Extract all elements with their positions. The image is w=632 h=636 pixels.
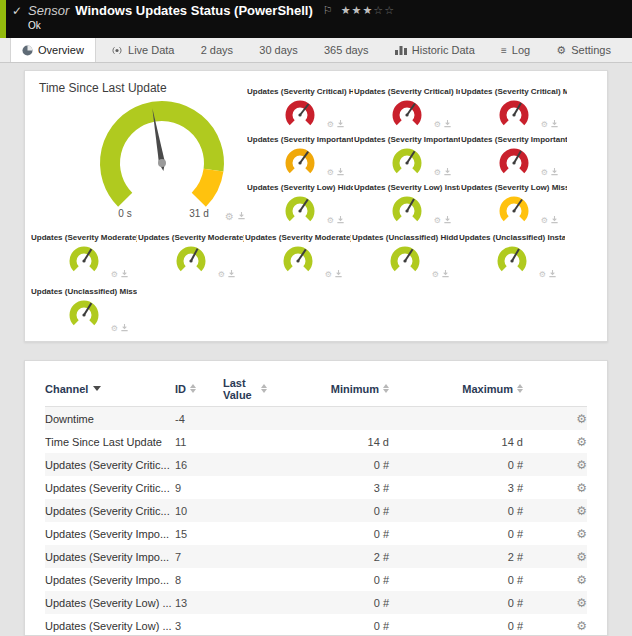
tab-2-days[interactable]: 2 days — [190, 38, 244, 62]
tab-30-days[interactable]: 30 days — [248, 38, 309, 62]
gauge-download-icon[interactable] — [336, 167, 345, 178]
channel-settings-icon[interactable]: ⚙ — [576, 550, 587, 564]
channel-name[interactable]: Updates (Severity Critic... — [45, 459, 175, 471]
tab-historic-data[interactable]: Historic Data — [384, 38, 486, 62]
gauge-settings-icon[interactable]: ⚙ — [327, 216, 334, 225]
channel-settings-icon[interactable]: ⚙ — [576, 481, 587, 495]
gauge-settings-icon[interactable]: ⚙ — [541, 120, 548, 129]
gauge-download-icon[interactable] — [120, 269, 129, 280]
channel-settings-icon[interactable]: ⚙ — [576, 412, 587, 426]
gauge-settings-icon[interactable]: ⚙ — [539, 270, 546, 279]
gauge-settings-icon[interactable]: ⚙ — [541, 216, 548, 225]
channel-settings-icon[interactable]: ⚙ — [576, 573, 587, 587]
channel-gauge[interactable]: Updates (Severity Moderate)...⚙ — [245, 233, 351, 283]
gauge-download-icon[interactable] — [550, 119, 559, 130]
channel-settings-icon[interactable]: ⚙ — [576, 458, 587, 472]
channel-name[interactable]: Updates (Severity Impo... — [45, 574, 175, 586]
table-row[interactable]: Updates (Severity Impo...150 #0 #⚙ — [45, 522, 587, 545]
gauge-settings-icon[interactable]: ⚙ — [434, 216, 441, 225]
gauge-settings-icon[interactable]: ⚙ — [432, 270, 439, 279]
gauge-download-icon[interactable] — [548, 269, 557, 280]
channel-name[interactable]: Updates (Severity Critic... — [45, 482, 175, 494]
tab-365-days[interactable]: 365 days — [313, 38, 380, 62]
gauge-download-icon[interactable] — [443, 119, 452, 130]
channel-gauge[interactable]: Updates (Severity Moderate) I...⚙ — [138, 233, 244, 283]
channel-gauge[interactable]: Updates (Severity Low) Hidden⚙ — [247, 183, 353, 229]
gauge-download-icon[interactable] — [237, 211, 246, 222]
table-row[interactable]: Time Since Last Update1114 d14 d⚙ — [45, 430, 587, 453]
channel-name[interactable]: Updates (Severity Low) ... — [45, 620, 175, 632]
gauge-settings-icon[interactable]: ⚙ — [541, 168, 548, 177]
tab-log[interactable]: ≡Log — [490, 38, 541, 62]
table-row[interactable]: Updates (Severity Critic...160 #0 #⚙ — [45, 453, 587, 476]
gauge-download-icon[interactable] — [441, 269, 450, 280]
gauge-download-icon[interactable] — [443, 215, 452, 226]
gauge-download-icon[interactable] — [336, 119, 345, 130]
channel-name[interactable]: Updates (Severity Low) ... — [45, 597, 175, 609]
gauge-download-icon[interactable] — [120, 323, 129, 334]
table-row[interactable]: Updates (Severity Low) ...30 #0 #⚙ — [45, 614, 587, 636]
stars-empty[interactable]: ☆☆ — [373, 4, 395, 16]
channel-settings-icon[interactable]: ⚙ — [576, 504, 587, 518]
gauge-settings-icon[interactable]: ⚙ — [111, 270, 118, 279]
channel-name[interactable]: Updates (Severity Impo... — [45, 528, 175, 540]
gauge-settings-icon[interactable]: ⚙ — [225, 211, 234, 222]
gauge-settings-icon[interactable]: ⚙ — [218, 270, 225, 279]
channel-gauge[interactable]: Updates (Severity Low) Install...⚙ — [354, 183, 460, 229]
gauge-download-icon[interactable] — [336, 215, 345, 226]
col-maximum[interactable]: Maximum — [389, 383, 523, 395]
table-row[interactable]: Downtime-4⚙ — [45, 407, 587, 430]
col-last-value[interactable]: Last Value — [223, 377, 283, 401]
channel-gauge[interactable]: Updates (Severity Critical) Ins...⚙ — [354, 87, 460, 133]
tab-label: Overview — [38, 44, 84, 56]
channel-gauge[interactable]: Updates (Severity Low) Missi...⚙ — [461, 183, 567, 229]
channel-gauge[interactable]: Updates (Severity Important) ...⚙ — [247, 135, 353, 181]
channel-gauge[interactable]: Updates (Severity Important) ...⚙ — [354, 135, 460, 181]
channel-settings-icon[interactable]: ⚙ — [576, 435, 587, 449]
channel-gauge[interactable]: Updates (Unclassified) Install...⚙ — [459, 233, 565, 283]
col-channel[interactable]: Channel — [45, 383, 175, 395]
channel-name[interactable]: Updates (Severity Impo... — [45, 551, 175, 563]
channel-gauge[interactable]: Updates (Severity Critical) Hi...⚙ — [247, 87, 353, 133]
main-gauge[interactable]: 0 s31 d — [77, 93, 247, 233]
channel-settings-icon[interactable]: ⚙ — [576, 596, 587, 610]
table-row[interactable]: Updates (Severity Impo...80 #0 #⚙ — [45, 568, 587, 591]
tab-overview[interactable]: Overview — [10, 38, 96, 62]
priority-stars[interactable]: ★★★☆☆ — [341, 4, 395, 17]
gauge-download-icon[interactable] — [227, 269, 236, 280]
channel-gauge[interactable]: Updates (Severity Critical) Mi...⚙ — [461, 87, 567, 133]
stars-filled[interactable]: ★★★ — [341, 4, 374, 16]
tab-live-data[interactable]: Live Data — [100, 38, 185, 62]
gauge-settings-icon[interactable]: ⚙ — [111, 324, 118, 333]
channel-gauge[interactable]: Updates (Unclassified) Hidden⚙ — [352, 233, 458, 283]
gauge-settings-icon[interactable]: ⚙ — [327, 120, 334, 129]
channel-gauge[interactable]: Updates (Severity Moderate) ...⚙ — [31, 233, 137, 283]
gauge-settings-icon[interactable]: ⚙ — [434, 120, 441, 129]
channel-settings-icon[interactable]: ⚙ — [576, 619, 587, 633]
col-id[interactable]: ID — [175, 383, 223, 395]
gauge-settings-icon[interactable]: ⚙ — [327, 168, 334, 177]
table-row[interactable]: Updates (Severity Low) ...130 #0 #⚙ — [45, 591, 587, 614]
table-row[interactable]: Updates (Severity Impo...72 #2 #⚙ — [45, 545, 587, 568]
channel-name[interactable]: Updates (Severity Critic... — [45, 505, 175, 517]
channel-name[interactable]: Time Since Last Update — [45, 436, 175, 448]
col-minimum[interactable]: Minimum — [283, 383, 389, 395]
gauge-download-icon[interactable] — [550, 167, 559, 178]
channel-gauge[interactable]: Updates (Severity Important) ...⚙ — [461, 135, 567, 181]
gauge-download-icon[interactable] — [334, 269, 343, 280]
sort-caret-icon — [93, 386, 101, 391]
prtg-sensor-page: ✓ Sensor Windows Updates Status (PowerSh… — [0, 0, 632, 636]
gauge-download-icon[interactable] — [443, 167, 452, 178]
table-row[interactable]: Updates (Severity Critic...100 #0 #⚙ — [45, 499, 587, 522]
channel-settings-icon[interactable]: ⚙ — [576, 527, 587, 541]
gauge-download-icon[interactable] — [550, 215, 559, 226]
tab-settings[interactable]: ⚙Settings — [545, 38, 622, 62]
channel-gauge[interactable]: Updates (Unclassified) Missing⚙ — [31, 287, 137, 337]
gauge-settings-icon[interactable]: ⚙ — [325, 270, 332, 279]
chart-icon — [395, 45, 407, 55]
gauge-settings-icon[interactable]: ⚙ — [434, 168, 441, 177]
table-row[interactable]: Updates (Severity Critic...93 #3 #⚙ — [45, 476, 587, 499]
channel-name[interactable]: Downtime — [45, 413, 175, 425]
channel-id: 10 — [175, 505, 223, 517]
priority-flag-icon[interactable]: ⚐ — [323, 4, 333, 17]
